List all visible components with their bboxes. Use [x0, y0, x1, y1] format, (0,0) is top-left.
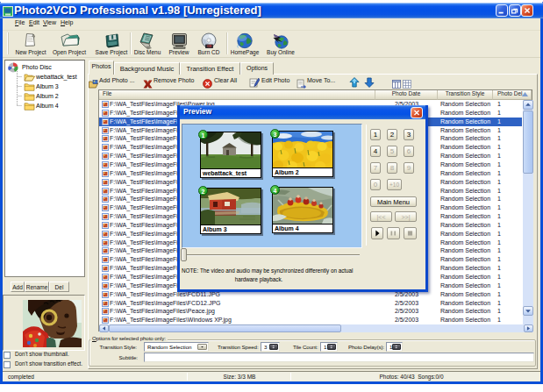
svg-text:CD: CD	[207, 45, 212, 48]
